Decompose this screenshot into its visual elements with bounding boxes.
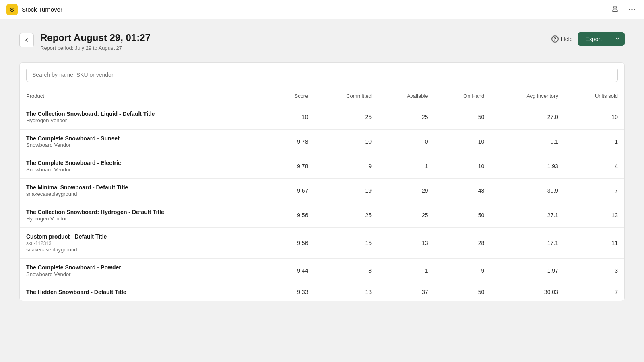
- table-row: The Collection Snowboard: Hydrogen - Def…: [20, 203, 624, 228]
- help-icon: ?: [551, 35, 559, 43]
- svg-point-3: [634, 9, 635, 10]
- cell-units-sold: 3: [565, 259, 624, 283]
- product-name: The Complete Snowboard - Sunset: [26, 135, 264, 142]
- cell-avg-inventory: 17.1: [491, 228, 565, 259]
- cell-committed: 10: [314, 130, 378, 154]
- cell-available: 25: [378, 105, 434, 130]
- cell-committed: 8: [314, 259, 378, 283]
- cell-product: The Complete Snowboard - SunsetSnowboard…: [20, 130, 270, 154]
- product-name: The Collection Snowboard: Hydrogen - Def…: [26, 209, 264, 215]
- table-row: The Complete Snowboard - PowderSnowboard…: [20, 259, 624, 283]
- data-table: Product Score Committed Available On Han…: [20, 87, 624, 301]
- cell-units-sold: 7: [565, 179, 624, 203]
- cell-score: 10: [270, 105, 315, 130]
- product-vendor: Snowboard Vendor: [26, 167, 71, 173]
- help-button[interactable]: ? Help: [551, 35, 573, 43]
- cell-on-hand: 9: [435, 259, 491, 283]
- more-button[interactable]: [626, 4, 638, 15]
- product-name: The Minimal Snowboard - Default Title: [26, 184, 264, 191]
- table-row: The Hidden Snowboard - Default Title9.33…: [20, 283, 624, 301]
- cell-on-hand: 10: [435, 130, 491, 154]
- cell-units-sold: 4: [565, 154, 624, 179]
- export-button[interactable]: Export: [578, 32, 610, 46]
- cell-score: 9.33: [270, 283, 315, 301]
- product-vendor: Snowboard Vendor: [26, 271, 71, 277]
- cell-units-sold: 13: [565, 203, 624, 228]
- col-avg-inventory: Avg inventory: [491, 87, 565, 105]
- cell-avg-inventory: 1.93: [491, 154, 565, 179]
- product-vendor: Hydrogen Vendor: [26, 216, 67, 222]
- cell-on-hand: 48: [435, 179, 491, 203]
- main-content: Report August 29, 01:27 Report period: J…: [0, 19, 644, 362]
- table-body: The Collection Snowboard: Liquid - Defau…: [20, 105, 624, 301]
- cell-available: 0: [378, 130, 434, 154]
- product-vendor: Snowboard Vendor: [26, 142, 71, 148]
- cell-score: 9.56: [270, 228, 315, 259]
- cell-product: The Collection Snowboard: Hydrogen - Def…: [20, 203, 270, 228]
- cell-available: 37: [378, 283, 434, 301]
- cell-committed: 25: [314, 105, 378, 130]
- cell-score: 9.78: [270, 154, 315, 179]
- cell-product: The Minimal Snowboard - Default Titlesna…: [20, 179, 270, 203]
- app-icon: S: [6, 4, 18, 15]
- cell-units-sold: 10: [565, 105, 624, 130]
- report-subtitle: Report period: July 29 to August 27: [40, 45, 151, 51]
- table-row: Custom product - Default Titlesku-112313…: [20, 228, 624, 259]
- cell-on-hand: 50: [435, 203, 491, 228]
- product-name: The Complete Snowboard - Electric: [26, 160, 264, 166]
- topbar: S Stock Turnover: [0, 0, 644, 19]
- pin-icon: [611, 6, 619, 14]
- cell-avg-inventory: 0.1: [491, 130, 565, 154]
- cell-committed: 15: [314, 228, 378, 259]
- cell-committed: 9: [314, 154, 378, 179]
- back-button[interactable]: [19, 33, 34, 47]
- report-title: Report August 29, 01:27: [40, 32, 151, 43]
- cell-product: Custom product - Default Titlesku-112313…: [20, 228, 270, 259]
- cell-avg-inventory: 1.97: [491, 259, 565, 283]
- cell-score: 9.44: [270, 259, 315, 283]
- cell-committed: 13: [314, 283, 378, 301]
- product-name: The Complete Snowboard - Powder: [26, 264, 264, 271]
- cell-on-hand: 10: [435, 154, 491, 179]
- col-units-sold: Units sold: [565, 87, 624, 105]
- app-title: Stock Turnover: [22, 6, 62, 13]
- cell-avg-inventory: 30.9: [491, 179, 565, 203]
- product-vendor: snakecaseplayground: [26, 247, 77, 253]
- svg-point-2: [631, 9, 632, 10]
- pin-button[interactable]: [609, 4, 621, 15]
- back-icon: [23, 37, 30, 43]
- product-name: The Hidden Snowboard - Default Title: [26, 289, 264, 295]
- cell-avg-inventory: 27.1: [491, 203, 565, 228]
- cell-available: 25: [378, 203, 434, 228]
- search-input[interactable]: [26, 68, 618, 82]
- cell-available: 29: [378, 179, 434, 203]
- col-score: Score: [270, 87, 315, 105]
- cell-units-sold: 11: [565, 228, 624, 259]
- table-row: The Collection Snowboard: Liquid - Defau…: [20, 105, 624, 130]
- table-card: Product Score Committed Available On Han…: [19, 62, 625, 301]
- cell-product: The Complete Snowboard - ElectricSnowboa…: [20, 154, 270, 179]
- cell-on-hand: 28: [435, 228, 491, 259]
- cell-committed: 25: [314, 203, 378, 228]
- table-row: The Complete Snowboard - SunsetSnowboard…: [20, 130, 624, 154]
- cell-on-hand: 50: [435, 283, 491, 301]
- col-product: Product: [20, 87, 270, 105]
- cell-product: The Collection Snowboard: Liquid - Defau…: [20, 105, 270, 130]
- report-header: Report August 29, 01:27 Report period: J…: [19, 32, 625, 51]
- cell-avg-inventory: 27.0: [491, 105, 565, 130]
- chevron-down-icon: [615, 36, 620, 41]
- report-header-right: ? Help Export: [551, 32, 625, 46]
- topbar-right: [609, 4, 638, 15]
- export-dropdown-button[interactable]: [610, 32, 625, 46]
- cell-on-hand: 50: [435, 105, 491, 130]
- cell-committed: 19: [314, 179, 378, 203]
- cell-score: 9.67: [270, 179, 315, 203]
- col-on-hand: On Hand: [435, 87, 491, 105]
- help-label: Help: [561, 36, 573, 42]
- header-row: Product Score Committed Available On Han…: [20, 87, 624, 105]
- product-sku: sku-112313: [26, 241, 52, 246]
- cell-product: The Complete Snowboard - PowderSnowboard…: [20, 259, 270, 283]
- table-header: Product Score Committed Available On Han…: [20, 87, 624, 105]
- cell-score: 9.78: [270, 130, 315, 154]
- cell-avg-inventory: 30.03: [491, 283, 565, 301]
